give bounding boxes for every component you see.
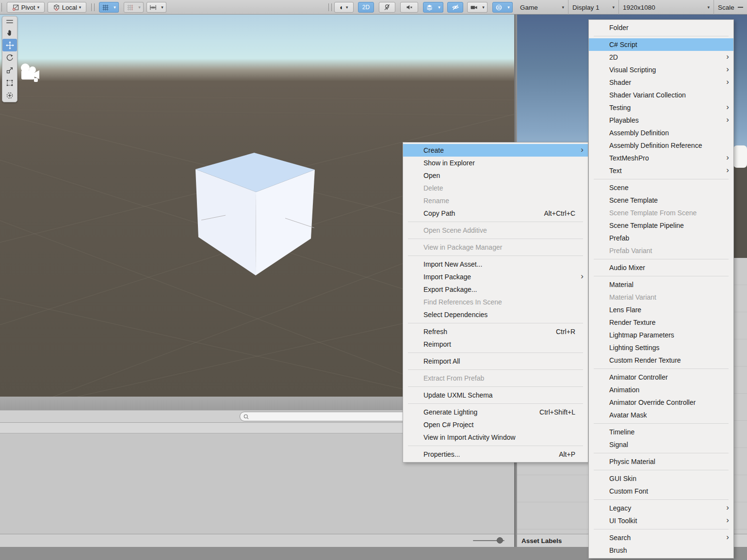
menu-item-create[interactable]: Create › (403, 144, 588, 157)
display-dropdown[interactable]: Display 1 ▾ (568, 0, 619, 15)
menu-item-audio-mixer[interactable]: Audio Mixer › (589, 261, 733, 274)
effects-caret[interactable]: ▾ (436, 2, 443, 13)
menu-item-lightmap-parameters[interactable]: Lightmap Parameters › (589, 329, 733, 341)
local-button[interactable]: Local ▾ (48, 2, 86, 13)
menu-item-prefab[interactable]: Prefab › (589, 232, 733, 244)
menu-item-ui-toolkit[interactable]: UI Toolkit › (589, 514, 733, 527)
rotate-tool-button[interactable] (2, 51, 17, 64)
camera-settings-button[interactable] (467, 2, 480, 13)
menu-item-show-in-explorer[interactable]: Show in Explorer › (403, 157, 588, 169)
snap-increment-caret[interactable]: ▾ (159, 2, 166, 13)
menu-item-physic-material[interactable]: Physic Material › (589, 455, 733, 468)
gizmos-toggle[interactable] (492, 2, 505, 13)
menu-item-shader[interactable]: Shader › (589, 76, 733, 89)
menu-item-text[interactable]: Text › (589, 164, 733, 177)
menu-item-search[interactable]: Search › (589, 531, 733, 544)
menu-item-gui-skin[interactable]: GUI Skin › (589, 472, 733, 485)
menu-item-import-package[interactable]: Import Package › (403, 271, 588, 283)
rect-tool-button[interactable] (2, 77, 17, 89)
menu-item-open[interactable]: Open › (403, 169, 588, 182)
menu-item-scene-template-pipeline[interactable]: Scene Template Pipeline › (589, 219, 733, 232)
snap-increment-button[interactable] (146, 2, 159, 13)
menu-item-material[interactable]: Material › (589, 278, 733, 291)
scale-control[interactable]: Scale (714, 0, 747, 15)
menu-separator (408, 386, 583, 387)
menu-item-label: Material (609, 281, 633, 288)
menu-item-reimport-all[interactable]: Reimport All › (403, 355, 588, 368)
menu-item-properties[interactable]: Properties... Alt+P › (403, 448, 588, 461)
menu-item-animator-controller[interactable]: Animator Controller › (589, 371, 733, 384)
project-bottom-bar (0, 534, 514, 547)
menu-item-render-texture[interactable]: Render Texture › (589, 316, 733, 329)
menu-item-update-uxml-schema[interactable]: Update UXML Schema › (403, 389, 588, 401)
menu-item-animation[interactable]: Animation › (589, 384, 733, 396)
grid-visibility-toggle[interactable] (124, 2, 136, 13)
menu-item-timeline[interactable]: Timeline › (589, 426, 733, 438)
menu-item-folder[interactable]: Folder › (589, 21, 733, 34)
menu-item-animator-override-controller[interactable]: Animator Override Controller › (589, 396, 733, 409)
menu-item-assembly-definition-reference[interactable]: Assembly Definition Reference › (589, 139, 733, 152)
menu-item-lens-flare[interactable]: Lens Flare › (589, 304, 733, 316)
menu-item-open-c-project[interactable]: Open C# Project › (403, 418, 588, 431)
menu-item-scene-template[interactable]: Scene Template › (589, 194, 733, 207)
menu-item-export-package[interactable]: Export Package... › (403, 283, 588, 296)
menu-item-import-new-asset[interactable]: Import New Asset... › (403, 258, 588, 271)
menu-item-select-dependencies[interactable]: Select Dependencies › (403, 308, 588, 321)
menu-item-label: Open C# Project (423, 421, 474, 429)
menu-item-refresh[interactable]: Refresh Ctrl+R › (403, 325, 588, 338)
snap-grid-toggle[interactable] (99, 2, 112, 13)
menu-item-signal[interactable]: Signal › (589, 438, 733, 451)
menu-item-copy-path[interactable]: Copy Path Alt+Ctrl+C › (403, 207, 588, 220)
grid-snap-icon (102, 4, 109, 11)
resolution-dropdown[interactable]: 1920x1080 ▾ (619, 0, 714, 15)
grid-visibility-caret[interactable]: ▾ (136, 2, 144, 13)
chevron-down-icon: ▾ (37, 5, 40, 10)
scene-camera-gizmo[interactable] (19, 62, 40, 85)
snap-grid-caret[interactable]: ▾ (111, 2, 119, 13)
menu-item-assembly-definition[interactable]: Assembly Definition › (589, 127, 733, 139)
menu-separator (408, 239, 583, 239)
menu-item-label: Find References In Scene (423, 298, 502, 306)
move-tool-button[interactable] (2, 39, 17, 51)
menu-item-generate-lighting[interactable]: Generate Lighting Ctrl+Shift+L › (403, 406, 588, 418)
menu-item-lighting-settings[interactable]: Lighting Settings › (589, 341, 733, 354)
game-tab-dropdown[interactable]: Game ▾ (516, 0, 568, 15)
palette-drag-handle[interactable] (2, 16, 17, 26)
scene-visibility-toggle[interactable] (447, 2, 463, 13)
effects-toggle[interactable] (423, 2, 436, 13)
menu-item-reimport[interactable]: Reimport › (403, 338, 588, 351)
mode-2d-toggle[interactable]: 2D (358, 2, 374, 13)
scene-audio-toggle[interactable] (400, 2, 418, 13)
gizmos-caret[interactable]: ▾ (505, 2, 513, 13)
shading-mode-button[interactable]: ◐ ▾ (334, 2, 354, 13)
menu-item-brush[interactable]: Brush › (589, 544, 733, 557)
menu-item-visual-scripting[interactable]: Visual Scripting › (589, 64, 733, 76)
menu-item-custom-font[interactable]: Custom Font › (589, 485, 733, 497)
menu-item-2d[interactable]: 2D › (589, 51, 733, 64)
menu-item-label: Lighting Settings (609, 344, 660, 352)
chevron-down-icon: ▾ (79, 5, 81, 10)
menu-item-legacy[interactable]: Legacy › (589, 502, 733, 514)
menu-item-textmeshpro[interactable]: TextMeshPro › (589, 152, 733, 164)
pivot-button[interactable]: Pivot ▾ (7, 2, 45, 13)
project-zoom-knob[interactable] (497, 537, 503, 544)
menu-item-testing[interactable]: Testing › (589, 101, 733, 114)
menu-item-label: Prefab Variant (609, 247, 652, 255)
menu-item-playables[interactable]: Playables › (589, 114, 733, 127)
menu-item-label: Visual Scripting (609, 66, 656, 74)
scale-tool-button[interactable] (2, 64, 17, 77)
menu-item-c-script[interactable]: C# Script › (589, 38, 733, 51)
menu-item-scene[interactable]: Scene › (589, 181, 733, 194)
camera-settings-caret[interactable]: ▾ (480, 2, 487, 13)
hand-tool-button[interactable] (2, 26, 17, 39)
scene-lighting-toggle[interactable] (379, 2, 395, 13)
menu-item-view-in-import-activity-window[interactable]: View in Import Activity Window › (403, 431, 588, 444)
menu-item-shader-variant-collection[interactable]: Shader Variant Collection › (589, 89, 733, 101)
menu-item-custom-render-texture[interactable]: Custom Render Texture › (589, 354, 733, 367)
menu-item-label: Prefab (609, 234, 629, 242)
menu-item-avatar-mask[interactable]: Avatar Mask › (589, 409, 733, 421)
transform-tool-button[interactable] (2, 89, 17, 102)
project-zoom-slider[interactable] (473, 540, 504, 541)
chevron-down-icon: ▾ (346, 5, 348, 10)
scale-slider-track[interactable] (738, 7, 743, 8)
